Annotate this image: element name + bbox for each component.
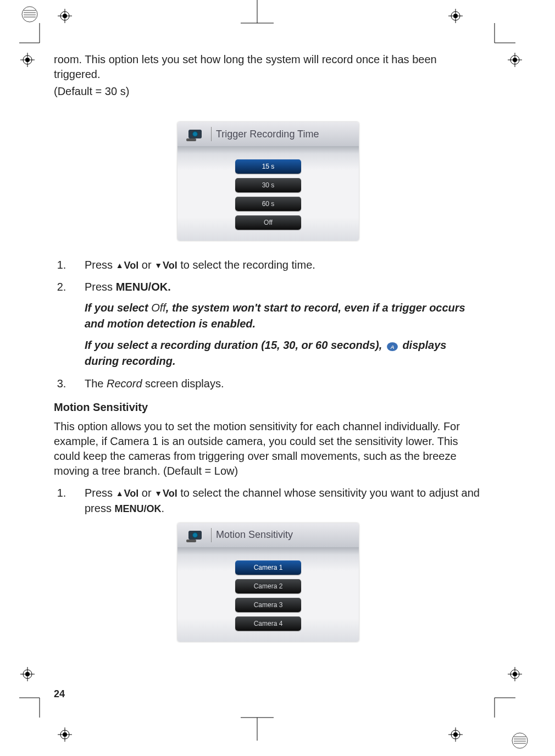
intro-line-2: (Default = 30 s): [54, 84, 482, 99]
step-3: The Record screen displays.: [69, 376, 482, 391]
svg-point-42: [453, 732, 458, 737]
page-number: 24: [54, 688, 65, 700]
steps-list-2: Press ▲Vol or ▼Vol to select the channel…: [69, 485, 482, 516]
screen-title-2: Motion Sensitivity: [216, 529, 293, 541]
svg-point-28: [513, 672, 517, 676]
option-off[interactable]: Off: [235, 215, 301, 230]
step-1: Press ▲Vol or ▼Vol to select the recordi…: [69, 257, 482, 273]
screen-header-1: Trigger Recording Time: [177, 122, 359, 146]
step2-1: Press ▲Vol or ▼Vol to select the channel…: [69, 485, 482, 516]
screen-title-1: Trigger Recording Time: [216, 129, 319, 140]
svg-point-41: [451, 730, 460, 739]
figure-motion-sensitivity: Motion Sensitivity Camera 1 Camera 2 Cam…: [54, 523, 482, 642]
motion-sensitivity-heading: Motion Sensitivity: [54, 401, 482, 414]
svg-point-16: [25, 58, 30, 62]
note-off: If you select Off, the system won't star…: [85, 300, 482, 332]
svg-point-20: [25, 672, 30, 676]
menu-ok-label: MENU/OK.: [116, 281, 171, 293]
page-content: room. This option lets you set how long …: [54, 52, 482, 642]
svg-point-0: [22, 7, 37, 22]
svg-text:A: A: [390, 344, 394, 350]
note-duration: If you select a recording duration (15, …: [85, 337, 482, 369]
screen-body-2: Camera 1 Camera 2 Camera 3 Camera 4: [177, 547, 359, 642]
svg-point-2: [63, 14, 67, 18]
svg-point-15: [23, 55, 32, 64]
steps-list-1: Press ▲Vol or ▼Vol to select the recordi…: [69, 257, 482, 391]
intro-line-1: room. This option lets you set how long …: [54, 52, 482, 82]
svg-point-6: [453, 14, 458, 18]
option-15s[interactable]: 15 s: [235, 159, 301, 174]
vol-down-key-2: ▼Vol: [154, 487, 177, 501]
svg-point-27: [510, 670, 519, 679]
motion-sensitivity-body: This option allows you to set the motion…: [54, 419, 482, 479]
screen-header-2: Motion Sensitivity: [177, 523, 359, 547]
svg-point-45: [512, 733, 528, 748]
svg-point-24: [513, 58, 517, 62]
svg-point-37: [60, 730, 69, 739]
svg-point-38: [63, 732, 67, 737]
svg-point-23: [510, 55, 519, 64]
vol-up-key-2: ▲Vol: [116, 487, 139, 501]
vol-up-key: ▲Vol: [116, 259, 139, 273]
figure-trigger-recording: Trigger Recording Time 15 s 30 s 60 s Of…: [54, 122, 482, 241]
svg-point-5: [451, 12, 460, 20]
step-2: Press MENU/OK. If you select Off, the sy…: [69, 279, 482, 369]
camera-icon-2: [182, 527, 208, 543]
option-60s[interactable]: 60 s: [235, 197, 301, 211]
recording-a-icon: A: [386, 340, 398, 350]
screen-body-1: 15 s 30 s 60 s Off: [177, 146, 359, 241]
option-camera-4[interactable]: Camera 4: [235, 616, 301, 631]
option-camera-2[interactable]: Camera 2: [235, 579, 301, 593]
option-camera-3[interactable]: Camera 3: [235, 598, 301, 612]
option-30s[interactable]: 30 s: [235, 178, 301, 192]
menu-ok-label-2: MENU/OK: [114, 503, 161, 514]
option-camera-1[interactable]: Camera 1: [235, 560, 301, 575]
svg-point-19: [23, 670, 32, 679]
camera-icon: [182, 126, 208, 142]
vol-down-key: ▼Vol: [154, 259, 177, 273]
svg-point-1: [60, 12, 69, 20]
